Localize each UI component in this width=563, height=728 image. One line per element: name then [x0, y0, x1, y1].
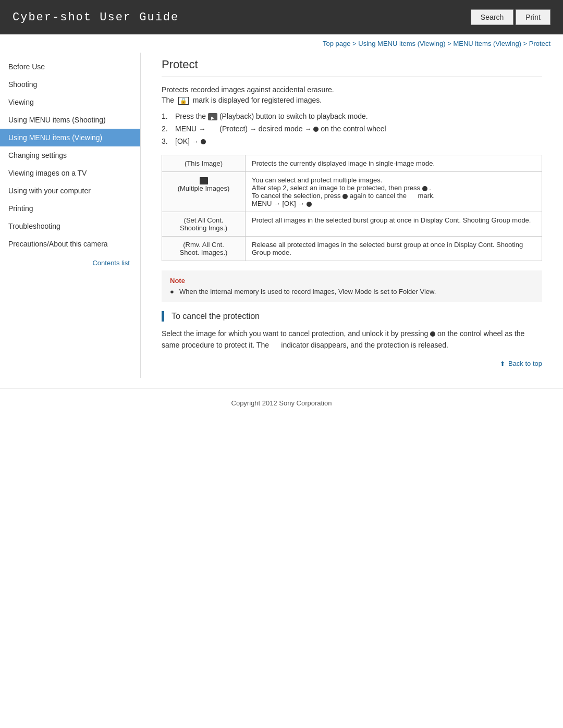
note-box: Note ● When the internal memory is used … [162, 270, 542, 302]
note-title: Note [170, 277, 534, 285]
breadcrumb-top[interactable]: Top page [323, 40, 351, 47]
table-cell-desc-1: Protects the currently displayed image i… [246, 155, 542, 172]
step-3: 3. [OK] → [162, 137, 542, 145]
sidebar-item-troubleshooting[interactable]: Troubleshooting [0, 217, 140, 235]
step-2-text: MENU → (Protect) → desired mode → on the… [175, 125, 386, 133]
breadcrumb-menu-viewing[interactable]: Using MENU items (Viewing) [358, 40, 445, 47]
cancel-section-text: Select the image for which you want to c… [162, 328, 542, 351]
section-bar-icon [162, 311, 164, 322]
step-1-num: 1. [162, 112, 172, 120]
steps-list: 1. Press the (Playback) button to switch… [162, 112, 542, 145]
breadcrumb-sep2: > [447, 40, 453, 47]
sidebar-item-shooting[interactable]: Shooting [0, 76, 140, 93]
bullet-icon-table-2 [342, 194, 348, 199]
table-cell-label-3: (Set All Cont.Shooting Imgs.) [162, 212, 246, 237]
sidebar-item-viewing-tv[interactable]: Viewing images on a TV [0, 164, 140, 182]
cancel-heading-text: To cancel the protection [172, 312, 260, 321]
step-3-text: [OK] → [175, 137, 206, 145]
layout: Before Use Shooting Viewing Using MENU i… [0, 53, 563, 388]
cancel-section-heading: To cancel the protection [162, 311, 542, 322]
table-row-multiple-images: (Multiple Images) You can select and pro… [162, 172, 542, 212]
page-title: Protect [162, 58, 542, 77]
step-2: 2. MENU → (Protect) → desired mode → on … [162, 125, 542, 133]
bullet-icon-table [422, 186, 427, 191]
note-bullet-icon: ● [170, 288, 176, 295]
bullet-icon-3 [201, 139, 206, 144]
bullet-icon-table-3 [307, 202, 312, 207]
note-text-1: When the internal memory is used to reco… [179, 288, 436, 295]
sidebar-item-printing[interactable]: Printing [0, 200, 140, 217]
cancel-section: To cancel the protection Select the imag… [162, 311, 542, 351]
description-2: The 🔒 mark is displayed for registered i… [162, 96, 542, 105]
copyright-text: Copyright 2012 Sony Corporation [231, 399, 332, 407]
sidebar-item-before-use[interactable]: Before Use [0, 58, 140, 76]
table-cell-desc-2: You can select and protect multiple imag… [246, 172, 542, 212]
step-1: 1. Press the (Playback) button to switch… [162, 112, 542, 120]
step-1-text: Press the (Playback) button to switch to… [175, 112, 368, 120]
playback-button-icon [208, 113, 217, 120]
sidebar: Before Use Shooting Viewing Using MENU i… [0, 53, 141, 378]
site-title: Cyber-shot User Guide [13, 11, 179, 24]
sidebar-item-precautions[interactable]: Precautions/About this camera [0, 235, 140, 253]
breadcrumb: Top page > Using MENU items (Viewing) > … [0, 34, 563, 53]
breadcrumb-sep3: > [523, 40, 529, 47]
footer: Copyright 2012 Sony Corporation [0, 388, 563, 423]
sidebar-item-changing-settings[interactable]: Changing settings [0, 146, 140, 164]
bullet-icon-cancel [430, 331, 435, 337]
header: Cyber-shot User Guide Search Print [0, 0, 563, 34]
header-buttons: Search Print [471, 9, 550, 25]
step-3-num: 3. [162, 137, 172, 145]
sidebar-item-using-computer[interactable]: Using with your computer [0, 182, 140, 200]
table-cell-label-2: (Multiple Images) [162, 172, 246, 212]
sidebar-item-menu-viewing[interactable]: Using MENU items (Viewing) [0, 129, 140, 146]
breadcrumb-sep1: > [352, 40, 358, 47]
table-row-rmv-all-cnt: (Rmv. All Cnt.Shoot. Images.) Release al… [162, 237, 542, 261]
bullet-icon-2 [313, 127, 319, 132]
protect-mark-icon: 🔒 [178, 97, 189, 105]
back-to-top-label: Back to top [508, 360, 542, 367]
print-button[interactable]: Print [516, 9, 550, 25]
table-cell-label-4: (Rmv. All Cnt.Shoot. Images.) [162, 237, 246, 261]
search-button[interactable]: Search [471, 9, 513, 25]
table-row-this-image: (This Image) Protects the currently disp… [162, 155, 542, 172]
contents-list-link[interactable]: Contents list [0, 253, 140, 273]
back-to-top-link[interactable]: ⬆ Back to top [162, 360, 542, 367]
main-content: Protect Protects recorded images against… [141, 53, 563, 378]
step-2-num: 2. [162, 125, 172, 133]
back-to-top-icon: ⬆ [500, 360, 505, 367]
sidebar-item-menu-shooting[interactable]: Using MENU items (Shooting) [0, 111, 140, 129]
sidebar-item-viewing[interactable]: Viewing [0, 93, 140, 111]
protect-modes-table: (This Image) Protects the currently disp… [162, 155, 542, 261]
breadcrumb-current: Protect [529, 40, 550, 47]
note-item-1: ● When the internal memory is used to re… [170, 288, 534, 295]
table-row-set-all-cont: (Set All Cont.Shooting Imgs.) Protect al… [162, 212, 542, 237]
table-cell-desc-4: Release all protected images in the sele… [246, 237, 542, 261]
description-1: Protects recorded images against acciden… [162, 85, 542, 94]
table-cell-label-1: (This Image) [162, 155, 246, 172]
breadcrumb-menu-items[interactable]: MENU items (Viewing) [453, 40, 521, 47]
multiple-images-icon [200, 177, 208, 184]
table-cell-desc-3: Protect all images in the selected burst… [246, 212, 542, 237]
